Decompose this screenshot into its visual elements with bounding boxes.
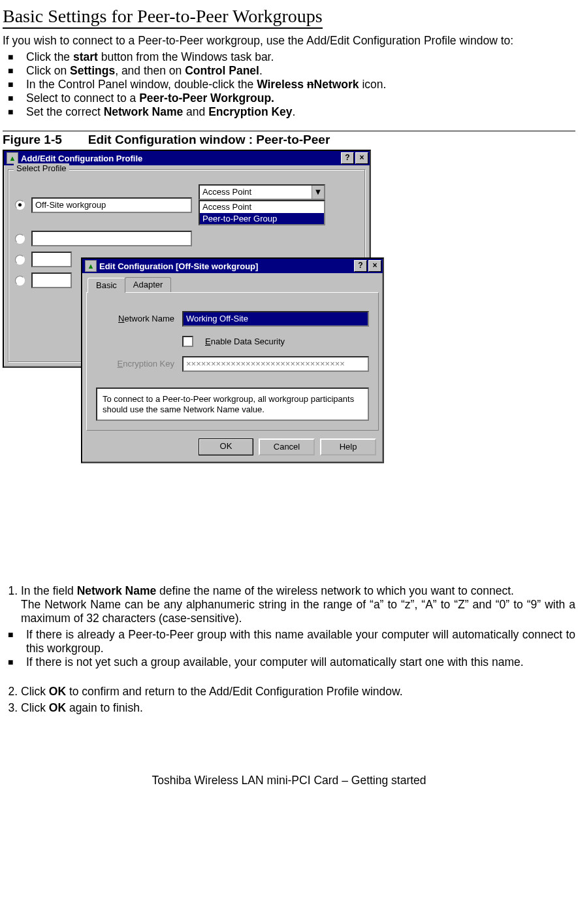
titlebar-2: ▲ Edit Configuration [Off-Site workgroup…: [82, 259, 383, 273]
enable-security-label: Enable Data Security: [205, 337, 285, 347]
profile-name-2[interactable]: [31, 231, 192, 246]
profile-name-1[interactable]: Off-Site workgroup: [31, 197, 192, 213]
chevron-down-icon[interactable]: ▼: [312, 186, 324, 199]
list-item: If there is already a Peer-to-Peer group…: [3, 628, 575, 655]
bullet-4: Select to connect to a Peer-to-Peer Work…: [3, 91, 575, 105]
radio-2[interactable]: [15, 234, 25, 244]
bullet-3: In the Control Panel window, double-clic…: [3, 78, 575, 91]
step-3: Click OK again to finish.: [21, 701, 575, 715]
bullet-2: Click on Settings, and then on Control P…: [3, 64, 575, 78]
cancel-button[interactable]: Cancel: [259, 438, 315, 455]
profile-row-1: Off-Site workgroup Access Point ▼ Access…: [15, 184, 359, 225]
list-item[interactable]: Peer-to-Peer Group: [200, 213, 324, 225]
close-icon[interactable]: ×: [355, 152, 368, 164]
figure-caption: Figure 1-5Edit Configuration window : Pe…: [3, 133, 575, 148]
radio-1[interactable]: [15, 200, 25, 210]
tab-strip: Basic Adapter: [88, 277, 383, 292]
step-1-bullets: If there is already a Peer-to-Peer group…: [3, 628, 575, 669]
step-2: Click OK to confirm and return to the Ad…: [21, 685, 575, 699]
app-icon: ▲: [85, 260, 97, 272]
page-footer: Toshiba Wireless LAN mini-PCI Card – Get…: [3, 774, 575, 787]
tab-panel: Network Name Working Off-Site Enable Dat…: [86, 292, 379, 431]
enable-security-checkbox[interactable]: [182, 336, 193, 347]
window-title-2: Edit Configuration [Off-Site workgroup]: [99, 261, 258, 272]
bullet-1: Click the start button from the Windows …: [3, 50, 575, 64]
network-name-label: Network Name: [96, 314, 174, 324]
help-button[interactable]: Help: [320, 438, 376, 455]
list-item: If there is not yet such a group availab…: [3, 655, 575, 669]
intro-text: If you wish to connect to a Peer-to-Peer…: [3, 34, 575, 48]
groupbox-label: Select Profile: [14, 163, 69, 174]
help-text-box: To connect to a Peer-to-Peer workgroup, …: [96, 388, 369, 421]
divider: [3, 131, 575, 131]
app-icon: ▲: [7, 152, 18, 164]
profile-name-3[interactable]: [31, 252, 72, 267]
list-item[interactable]: Access Point: [200, 201, 324, 213]
network-type-combo[interactable]: Access Point ▼: [199, 184, 325, 200]
bullet-5: Set the correct Network Name and Encrypt…: [3, 105, 575, 119]
profile-row-2: [15, 231, 359, 246]
edit-configuration-window: ▲ Edit Configuration [Off-Site workgroup…: [81, 257, 384, 463]
close-icon[interactable]: ×: [368, 260, 381, 272]
step-1: In the field Network Name define the nam…: [21, 584, 575, 625]
help-button-icon[interactable]: ?: [354, 260, 367, 272]
numbered-steps: In the field Network Name define the nam…: [3, 584, 575, 625]
tab-adapter[interactable]: Adapter: [125, 277, 172, 292]
tab-basic[interactable]: Basic: [88, 278, 125, 293]
encryption-key-label: Encryption Key: [96, 359, 174, 369]
radio-3[interactable]: [15, 255, 25, 265]
instruction-bullets: Click the start button from the Windows …: [3, 50, 575, 119]
network-name-input[interactable]: Working Off-Site: [182, 311, 369, 327]
network-type-list[interactable]: Access Point Peer-to-Peer Group: [199, 200, 325, 225]
encryption-key-input[interactable]: ××××××××××××××××××××××××××××××××: [182, 356, 369, 372]
numbered-steps-2: Click OK to confirm and return to the Ad…: [3, 685, 575, 715]
profile-name-4[interactable]: [31, 272, 72, 288]
radio-4[interactable]: [15, 276, 25, 286]
ok-button[interactable]: OK: [199, 438, 253, 455]
help-button-icon[interactable]: ?: [341, 152, 354, 164]
page-title: Basic Settings for Peer-to-Peer Workgrou…: [3, 5, 323, 29]
screenshot-figure: ▲ Add/Edit Configuration Profile ? × Sel…: [3, 150, 575, 578]
window-title-1: Add/Edit Configuration Profile: [21, 154, 142, 164]
